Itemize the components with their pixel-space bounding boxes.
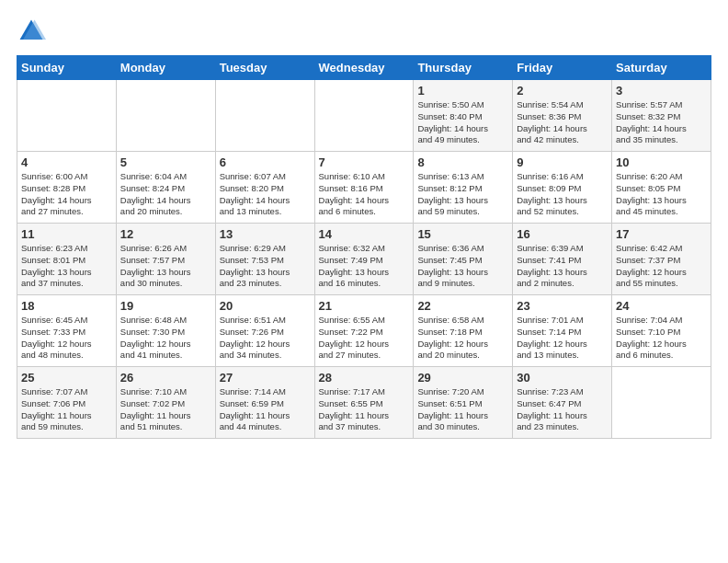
day-number: 8 <box>417 155 508 169</box>
day-cell: 2Sunrise: 5:54 AM Sunset: 8:36 PM Daylig… <box>513 80 612 152</box>
day-number: 26 <box>120 371 211 385</box>
day-cell: 30Sunrise: 7:23 AM Sunset: 6:47 PM Dayli… <box>513 367 612 439</box>
column-header-monday: Monday <box>116 56 215 80</box>
day-info: Sunrise: 6:48 AM Sunset: 7:30 PM Dayligh… <box>120 315 211 362</box>
day-info: Sunrise: 6:23 AM Sunset: 8:01 PM Dayligh… <box>21 243 112 290</box>
day-info: Sunrise: 6:42 AM Sunset: 7:37 PM Dayligh… <box>616 243 707 290</box>
day-number: 13 <box>220 227 311 241</box>
day-info: Sunrise: 6:55 AM Sunset: 7:22 PM Dayligh… <box>319 315 410 362</box>
day-info: Sunrise: 6:32 AM Sunset: 7:49 PM Dayligh… <box>319 243 410 290</box>
day-cell: 19Sunrise: 6:48 AM Sunset: 7:30 PM Dayli… <box>116 295 215 367</box>
day-info: Sunrise: 6:00 AM Sunset: 8:28 PM Dayligh… <box>21 171 112 218</box>
day-info: Sunrise: 7:10 AM Sunset: 7:02 PM Dayligh… <box>120 386 211 433</box>
column-header-thursday: Thursday <box>414 56 513 80</box>
day-number: 27 <box>220 371 311 385</box>
day-cell: 15Sunrise: 6:36 AM Sunset: 7:45 PM Dayli… <box>414 224 513 295</box>
day-cell: 9Sunrise: 6:16 AM Sunset: 8:09 PM Daylig… <box>513 152 612 224</box>
day-cell: 5Sunrise: 6:04 AM Sunset: 8:24 PM Daylig… <box>116 152 215 224</box>
day-info: Sunrise: 6:07 AM Sunset: 8:20 PM Dayligh… <box>220 171 311 218</box>
day-cell: 18Sunrise: 6:45 AM Sunset: 7:33 PM Dayli… <box>17 295 117 367</box>
column-header-tuesday: Tuesday <box>215 56 314 80</box>
day-info: Sunrise: 6:51 AM Sunset: 7:26 PM Dayligh… <box>220 315 311 362</box>
day-cell: 3Sunrise: 5:57 AM Sunset: 8:32 PM Daylig… <box>612 80 711 152</box>
day-info: Sunrise: 7:14 AM Sunset: 6:59 PM Dayligh… <box>220 386 311 433</box>
day-cell: 28Sunrise: 7:17 AM Sunset: 6:55 PM Dayli… <box>314 367 414 439</box>
day-cell: 7Sunrise: 6:10 AM Sunset: 8:16 PM Daylig… <box>314 152 414 224</box>
day-number: 11 <box>21 227 112 241</box>
day-info: Sunrise: 5:50 AM Sunset: 8:40 PM Dayligh… <box>417 99 508 146</box>
logo-icon <box>17 17 46 46</box>
day-cell <box>612 367 711 439</box>
week-row-2: 4Sunrise: 6:00 AM Sunset: 8:28 PM Daylig… <box>17 152 711 224</box>
day-info: Sunrise: 7:04 AM Sunset: 7:10 PM Dayligh… <box>616 315 707 362</box>
week-row-1: 1Sunrise: 5:50 AM Sunset: 8:40 PM Daylig… <box>17 80 711 152</box>
week-row-5: 25Sunrise: 7:07 AM Sunset: 7:06 PM Dayli… <box>17 367 711 439</box>
day-cell: 21Sunrise: 6:55 AM Sunset: 7:22 PM Dayli… <box>314 295 414 367</box>
day-info: Sunrise: 7:17 AM Sunset: 6:55 PM Dayligh… <box>319 386 410 433</box>
day-cell <box>17 80 117 152</box>
day-cell: 17Sunrise: 6:42 AM Sunset: 7:37 PM Dayli… <box>612 224 711 295</box>
day-cell: 8Sunrise: 6:13 AM Sunset: 8:12 PM Daylig… <box>414 152 513 224</box>
day-info: Sunrise: 6:10 AM Sunset: 8:16 PM Dayligh… <box>319 171 410 218</box>
week-row-4: 18Sunrise: 6:45 AM Sunset: 7:33 PM Dayli… <box>17 295 711 367</box>
day-info: Sunrise: 6:26 AM Sunset: 7:57 PM Dayligh… <box>120 243 211 290</box>
column-header-wednesday: Wednesday <box>314 56 414 80</box>
day-number: 16 <box>517 227 608 241</box>
logo <box>17 17 50 46</box>
day-cell <box>116 80 215 152</box>
day-cell: 4Sunrise: 6:00 AM Sunset: 8:28 PM Daylig… <box>17 152 117 224</box>
day-info: Sunrise: 6:29 AM Sunset: 7:53 PM Dayligh… <box>220 243 311 290</box>
header <box>17 17 711 46</box>
day-info: Sunrise: 7:01 AM Sunset: 7:14 PM Dayligh… <box>517 315 608 362</box>
column-header-sunday: Sunday <box>17 56 117 80</box>
day-info: Sunrise: 6:45 AM Sunset: 7:33 PM Dayligh… <box>21 315 112 362</box>
day-number: 14 <box>319 227 410 241</box>
day-number: 17 <box>616 227 707 241</box>
day-number: 2 <box>517 84 608 98</box>
day-info: Sunrise: 6:36 AM Sunset: 7:45 PM Dayligh… <box>417 243 508 290</box>
day-number: 28 <box>319 371 410 385</box>
day-info: Sunrise: 7:07 AM Sunset: 7:06 PM Dayligh… <box>21 386 112 433</box>
day-cell: 13Sunrise: 6:29 AM Sunset: 7:53 PM Dayli… <box>215 224 314 295</box>
day-cell: 23Sunrise: 7:01 AM Sunset: 7:14 PM Dayli… <box>513 295 612 367</box>
day-cell: 27Sunrise: 7:14 AM Sunset: 6:59 PM Dayli… <box>215 367 314 439</box>
day-number: 15 <box>417 227 508 241</box>
day-number: 25 <box>21 371 112 385</box>
day-cell: 24Sunrise: 7:04 AM Sunset: 7:10 PM Dayli… <box>612 295 711 367</box>
day-cell: 12Sunrise: 6:26 AM Sunset: 7:57 PM Dayli… <box>116 224 215 295</box>
day-cell <box>215 80 314 152</box>
day-cell: 26Sunrise: 7:10 AM Sunset: 7:02 PM Dayli… <box>116 367 215 439</box>
day-number: 5 <box>120 155 211 169</box>
day-number: 18 <box>21 299 112 313</box>
day-cell: 16Sunrise: 6:39 AM Sunset: 7:41 PM Dayli… <box>513 224 612 295</box>
day-info: Sunrise: 6:39 AM Sunset: 7:41 PM Dayligh… <box>517 243 608 290</box>
page: SundayMondayTuesdayWednesdayThursdayFrid… <box>0 0 728 448</box>
day-number: 21 <box>319 299 410 313</box>
day-number: 3 <box>616 84 707 98</box>
day-cell: 29Sunrise: 7:20 AM Sunset: 6:51 PM Dayli… <box>414 367 513 439</box>
day-number: 30 <box>517 371 608 385</box>
day-number: 12 <box>120 227 211 241</box>
day-number: 10 <box>616 155 707 169</box>
week-row-3: 11Sunrise: 6:23 AM Sunset: 8:01 PM Dayli… <box>17 224 711 295</box>
day-number: 23 <box>517 299 608 313</box>
day-number: 1 <box>417 84 508 98</box>
day-info: Sunrise: 5:54 AM Sunset: 8:36 PM Dayligh… <box>517 99 608 146</box>
day-number: 4 <box>21 155 112 169</box>
day-cell: 22Sunrise: 6:58 AM Sunset: 7:18 PM Dayli… <box>414 295 513 367</box>
day-number: 6 <box>220 155 311 169</box>
day-info: Sunrise: 7:23 AM Sunset: 6:47 PM Dayligh… <box>517 386 608 433</box>
calendar-table: SundayMondayTuesdayWednesdayThursdayFrid… <box>17 55 711 439</box>
day-number: 19 <box>120 299 211 313</box>
column-header-friday: Friday <box>513 56 612 80</box>
day-info: Sunrise: 6:04 AM Sunset: 8:24 PM Dayligh… <box>120 171 211 218</box>
day-number: 20 <box>220 299 311 313</box>
day-info: Sunrise: 6:16 AM Sunset: 8:09 PM Dayligh… <box>517 171 608 218</box>
day-cell: 6Sunrise: 6:07 AM Sunset: 8:20 PM Daylig… <box>215 152 314 224</box>
day-cell: 11Sunrise: 6:23 AM Sunset: 8:01 PM Dayli… <box>17 224 117 295</box>
day-cell: 1Sunrise: 5:50 AM Sunset: 8:40 PM Daylig… <box>414 80 513 152</box>
day-info: Sunrise: 6:58 AM Sunset: 7:18 PM Dayligh… <box>417 315 508 362</box>
day-info: Sunrise: 5:57 AM Sunset: 8:32 PM Dayligh… <box>616 99 707 146</box>
day-cell: 14Sunrise: 6:32 AM Sunset: 7:49 PM Dayli… <box>314 224 414 295</box>
day-number: 9 <box>517 155 608 169</box>
